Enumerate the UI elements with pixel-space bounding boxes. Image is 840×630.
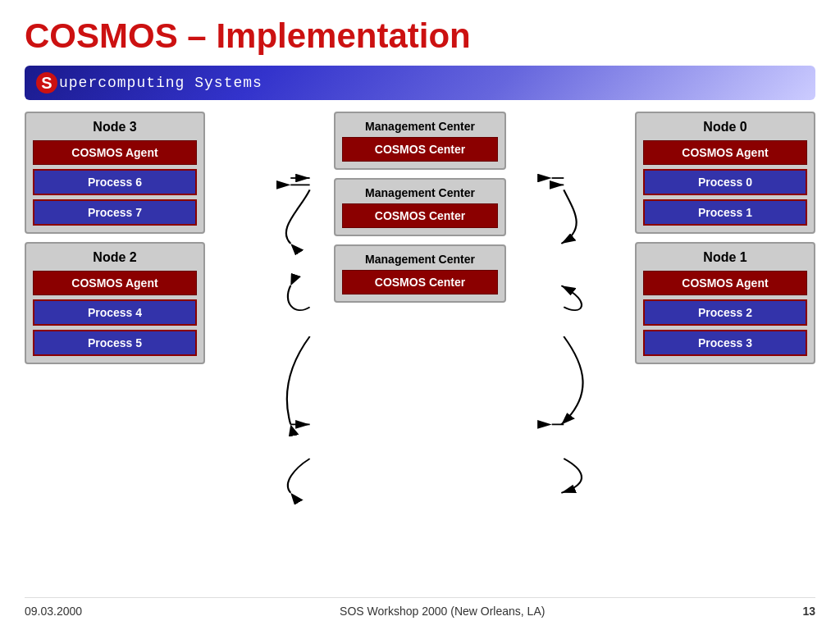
footer-workshop: SOS Workshop 2000 (New Orleans, LA) [340,605,545,618]
node1-title: Node 1 [643,250,807,265]
node2-process4: Process 4 [33,299,197,326]
mgmt3-center: COSMOS Center [342,270,498,294]
node2-title: Node 2 [33,250,197,265]
mgmt2-title: Management Center [342,186,498,199]
node0-box: Node 0 COSMOS Agent Process 0 Process 1 [635,112,815,234]
right-column: Node 0 COSMOS Agent Process 0 Process 1 … [635,112,815,591]
mgmt2-center: COSMOS Center [342,203,498,228]
mgmt2-box: Management Center COSMOS Center [334,178,506,236]
node3-agent: COSMOS Agent [33,140,197,165]
mgmt1-center: COSMOS Center [342,137,498,162]
node0-process0: Process 0 [643,169,807,195]
node2-process5: Process 5 [33,330,197,356]
mgmt1-box: Management Center COSMOS Center [334,112,506,170]
node3-title: Node 3 [33,120,197,135]
left-column: Node 3 COSMOS Agent Process 6 Process 7 … [25,112,205,591]
footer: 09.03.2000 SOS Workshop 2000 (New Orlean… [25,597,815,618]
mgmt3-box: Management Center COSMOS Center [334,244,506,303]
node1-process2: Process 2 [643,299,807,326]
logo-bar: S upercomputing Systems [25,66,815,100]
node1-agent: COSMOS Agent [643,271,807,295]
node2-box: Node 2 COSMOS Agent Process 4 Process 5 [25,242,205,364]
node0-agent: COSMOS Agent [643,140,807,165]
footer-date: 09.03.2000 [25,605,82,618]
diagram-wrapper: Node 3 COSMOS Agent Process 6 Process 7 … [25,112,815,591]
node0-title: Node 0 [643,120,807,135]
footer-page: 13 [802,605,815,618]
mgmt3-title: Management Center [342,253,498,266]
logo-letter: S [36,72,57,94]
node3-process6: Process 6 [33,169,197,195]
node0-process1: Process 1 [643,199,807,226]
slide-title: COSMOS – Implementation [25,16,815,56]
node1-process3: Process 3 [643,330,807,356]
mgmt1-title: Management Center [342,120,498,133]
node2-agent: COSMOS Agent [33,271,197,295]
node1-box: Node 1 COSMOS Agent Process 2 Process 3 [635,242,815,364]
center-column: Management Center COSMOS Center Manageme… [334,112,506,303]
node3-box: Node 3 COSMOS Agent Process 6 Process 7 [25,112,205,234]
node3-process7: Process 7 [33,199,197,226]
slide: COSMOS – Implementation S upercomputing … [0,0,840,630]
logo-text: upercomputing Systems [59,75,262,91]
